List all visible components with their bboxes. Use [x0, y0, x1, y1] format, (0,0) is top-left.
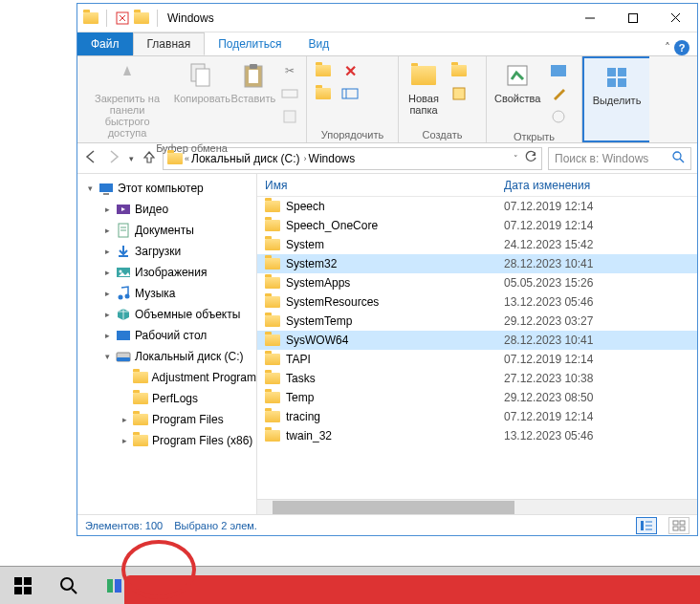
- file-row[interactable]: SystemResources13.12.2023 05:46: [257, 292, 697, 312]
- file-row[interactable]: Temp29.12.2023 08:50: [257, 388, 697, 407]
- tree-item[interactable]: ▸Program Files (x86): [77, 430, 256, 451]
- file-row[interactable]: SysWOW6428.12.2023 10:41: [257, 331, 697, 350]
- tree-item[interactable]: ▸Видео: [77, 199, 256, 220]
- tree-item[interactable]: ▸Музыка: [77, 283, 256, 304]
- details-view-button[interactable]: [636, 517, 657, 534]
- icons-view-button[interactable]: [668, 517, 689, 534]
- copy-button[interactable]: Копировать: [175, 58, 230, 106]
- tree-item[interactable]: Adjustment Program: [77, 367, 256, 388]
- paste-shortcut-icon[interactable]: [279, 106, 300, 127]
- tab-home[interactable]: Главная: [133, 32, 206, 55]
- search-button[interactable]: [46, 567, 92, 605]
- copy-icon: [186, 60, 217, 91]
- ribbon-collapse-icon[interactable]: ˄: [665, 41, 670, 54]
- tab-file[interactable]: Файл: [77, 32, 133, 55]
- tree-expand-icon[interactable]: ▾: [102, 352, 112, 361]
- tree-expand-icon[interactable]: ▸: [120, 415, 129, 424]
- file-row[interactable]: Tasks27.12.2023 10:38: [257, 369, 697, 388]
- search-input[interactable]: Поиск в: Windows: [548, 147, 691, 170]
- tree-label: Документы: [135, 224, 194, 237]
- open-icon[interactable]: [548, 60, 569, 81]
- tree-expand-icon[interactable]: ▸: [102, 331, 112, 340]
- file-row[interactable]: tracing07.12.2019 12:14: [257, 407, 697, 426]
- tree-expand-icon[interactable]: ▾: [85, 183, 95, 193]
- qat-newfolder-icon[interactable]: [134, 11, 149, 26]
- history-icon[interactable]: [548, 106, 569, 127]
- help-icon[interactable]: ?: [674, 40, 689, 55]
- file-date: 27.12.2023 10:38: [496, 372, 697, 385]
- tree-expand-icon[interactable]: ▸: [120, 436, 129, 445]
- ribbon: Закрепить на панели быстрого доступа Коп…: [77, 55, 697, 143]
- file-row[interactable]: TAPI07.12.2019 12:14: [257, 350, 697, 369]
- forward-button[interactable]: [106, 149, 121, 167]
- file-row[interactable]: SystemApps05.05.2023 15:26: [257, 273, 697, 292]
- file-name: tracing: [286, 410, 320, 423]
- tree-item[interactable]: ▾Этот компьютер: [77, 178, 256, 199]
- disk-icon: [116, 349, 131, 364]
- tree-label: Adjustment Program: [152, 371, 256, 384]
- file-list[interactable]: Speech07.12.2019 12:14Speech_OneCore07.1…: [257, 197, 697, 499]
- new-folder-button[interactable]: Новая папка: [403, 58, 445, 118]
- tree-expand-icon[interactable]: ▸: [102, 226, 112, 235]
- tree-item[interactable]: ▸Program Files: [77, 409, 256, 430]
- tree-item[interactable]: ▸Документы: [77, 220, 256, 241]
- edit-icon[interactable]: [548, 83, 569, 104]
- new-item-icon[interactable]: [448, 60, 470, 81]
- svg-rect-18: [607, 78, 616, 87]
- paste-button[interactable]: Вставить: [231, 58, 275, 106]
- tree-expand-icon[interactable]: ▸: [102, 289, 112, 298]
- column-headers[interactable]: Имя Дата изменения: [257, 174, 697, 197]
- close-button[interactable]: [654, 4, 697, 32]
- col-date[interactable]: Дата изменения: [496, 179, 697, 192]
- file-row[interactable]: Speech07.12.2019 12:14: [257, 197, 697, 216]
- select-button[interactable]: Выделить: [589, 60, 645, 108]
- file-date: 07.12.2019 12:14: [496, 219, 697, 232]
- folder-icon: [265, 201, 280, 212]
- delete-icon[interactable]: ✕: [339, 60, 361, 81]
- img-icon: [116, 265, 131, 280]
- tree-expand-icon[interactable]: ▸: [102, 268, 112, 277]
- cut-icon[interactable]: ✂: [279, 60, 300, 81]
- tab-share[interactable]: Поделиться: [205, 32, 295, 55]
- easy-access-icon[interactable]: [448, 83, 470, 104]
- nav-tree[interactable]: ▾Этот компьютер▸Видео▸Документы▸Загрузки…: [77, 174, 257, 514]
- tree-item[interactable]: ▸Объемные объекты: [77, 304, 256, 325]
- tree-item[interactable]: ▸Рабочий стол: [77, 325, 256, 346]
- file-row[interactable]: twain_3213.12.2023 05:46: [257, 426, 697, 445]
- file-name: SystemResources: [286, 295, 379, 309]
- start-button[interactable]: [0, 567, 46, 605]
- breadcrumb-part[interactable]: Windows: [309, 152, 356, 165]
- folder-icon: [265, 220, 280, 231]
- tree-item[interactable]: ▸Изображения: [77, 262, 256, 283]
- tree-expand-icon[interactable]: ▸: [102, 247, 112, 256]
- svg-rect-4: [196, 69, 209, 86]
- tree-item[interactable]: ▾Локальный диск (C:): [77, 346, 256, 367]
- pin-quickaccess-button[interactable]: Закрепить на панели быстрого доступа: [81, 58, 173, 140]
- file-row[interactable]: SystemTemp29.12.2023 03:27: [257, 312, 697, 331]
- svg-point-33: [125, 294, 130, 299]
- tab-view[interactable]: Вид: [295, 32, 342, 55]
- tree-item[interactable]: PerfLogs: [77, 388, 256, 409]
- search-icon: [672, 151, 685, 166]
- col-name[interactable]: Имя: [257, 179, 496, 192]
- maximize-button[interactable]: [611, 4, 654, 32]
- tree-expand-icon[interactable]: ▸: [102, 205, 112, 214]
- rename-icon[interactable]: [339, 83, 361, 104]
- svg-rect-37: [641, 521, 644, 530]
- file-row[interactable]: System24.12.2023 15:42: [257, 235, 697, 254]
- addr-dropdown-icon[interactable]: ˅: [514, 154, 518, 163]
- copy-to-icon[interactable]: [313, 83, 334, 104]
- properties-button[interactable]: Свойства: [491, 58, 544, 106]
- horizontal-scrollbar[interactable]: [257, 499, 697, 514]
- file-date: 29.12.2023 08:50: [496, 391, 697, 404]
- file-row[interactable]: Speech_OneCore07.12.2019 12:14: [257, 216, 697, 235]
- tree-item[interactable]: ▸Загрузки: [77, 241, 256, 262]
- move-to-icon[interactable]: [313, 60, 334, 81]
- tree-expand-icon[interactable]: ▸: [102, 310, 112, 319]
- refresh-icon[interactable]: [524, 150, 537, 166]
- copy-path-icon[interactable]: [279, 83, 300, 104]
- file-row[interactable]: System3228.12.2023 10:41: [257, 254, 697, 273]
- qat-properties-icon[interactable]: [115, 11, 130, 26]
- svg-point-32: [119, 295, 123, 300]
- minimize-button[interactable]: [568, 4, 611, 32]
